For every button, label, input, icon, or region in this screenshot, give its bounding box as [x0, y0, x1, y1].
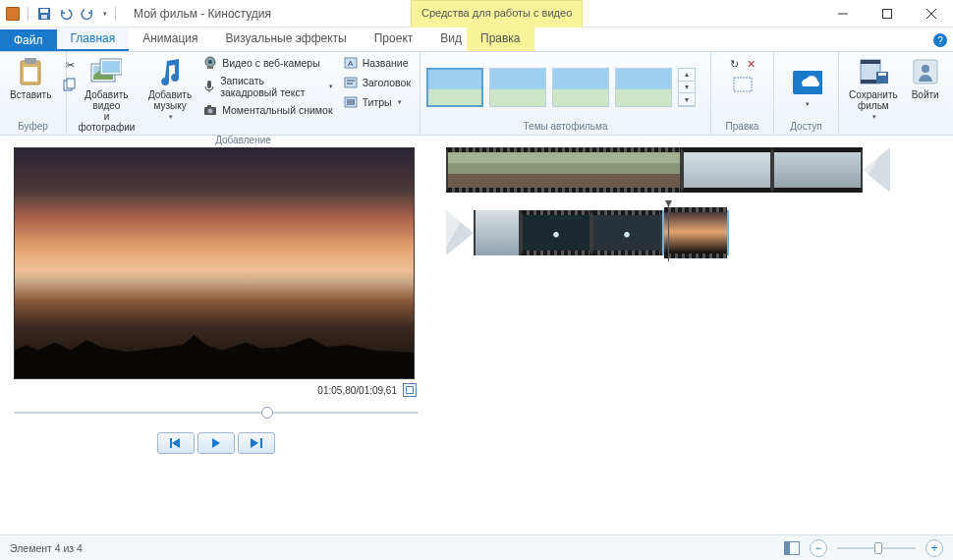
redo-icon[interactable]	[80, 6, 95, 22]
play-button[interactable]	[197, 432, 235, 454]
svg-point-23	[208, 109, 213, 114]
snapshot-button[interactable]: Моментальный снимок	[199, 101, 336, 119]
zoom-out-button[interactable]: −	[810, 539, 827, 557]
chevron-down-icon: ▾	[169, 113, 173, 121]
clip-7-selected[interactable]	[662, 210, 729, 255]
transition-in-2[interactable]	[446, 210, 474, 255]
rotate-icon[interactable]: ↻	[730, 58, 739, 71]
layout-toggle-button[interactable]	[784, 541, 800, 555]
narration-button[interactable]: Записать закадровый текст▾	[199, 74, 336, 99]
delete-icon[interactable]: ✕	[747, 58, 756, 71]
svg-point-42	[922, 65, 929, 73]
clip-4[interactable]	[474, 210, 521, 255]
clip-2[interactable]	[682, 147, 772, 193]
save-icon[interactable]	[36, 6, 52, 22]
close-button[interactable]	[909, 0, 953, 28]
group-label-access: Доступ	[780, 121, 832, 133]
select-all-icon[interactable]	[733, 77, 753, 92]
zoom-slider[interactable]	[837, 547, 916, 549]
undo-icon[interactable]	[58, 6, 74, 22]
next-frame-button[interactable]	[238, 432, 275, 454]
tab-project[interactable]: Проект	[361, 28, 427, 51]
group-label-edit: Правка	[717, 121, 767, 133]
clip-row-2	[446, 210, 939, 255]
caption-name-button[interactable]: AНазвание	[340, 54, 414, 72]
svg-rect-40	[878, 73, 886, 76]
context-tab-header: Средства для работы с видео	[411, 0, 583, 28]
seek-thumb[interactable]	[261, 407, 273, 419]
status-bar: Элемент 4 из 4 − +	[0, 534, 953, 560]
svg-rect-27	[345, 78, 357, 87]
credits-icon	[343, 94, 359, 110]
svg-rect-37	[861, 60, 880, 64]
theme-thumb-1[interactable]	[426, 68, 483, 107]
transition-out-1[interactable]	[863, 147, 890, 193]
group-label-buffer: Буфер	[6, 121, 60, 133]
tab-animation[interactable]: Анимация	[129, 28, 211, 51]
caption-title-button[interactable]: Заголовок	[340, 74, 414, 91]
add-video-button[interactable]: Добавить видео и фотографии	[73, 54, 140, 135]
theme-gallery-more[interactable]: ▴▾▾	[678, 68, 696, 107]
add-music-button[interactable]: Добавить музыку ▾	[144, 54, 196, 123]
clip-row-1	[446, 147, 939, 193]
maximize-button[interactable]	[865, 0, 909, 28]
svg-text:A: A	[348, 59, 354, 68]
tab-edit-context[interactable]: Правка	[467, 28, 534, 51]
webcam-button[interactable]: Видео с веб-камеры	[199, 54, 336, 72]
clip-5[interactable]	[521, 210, 591, 255]
onedrive-button[interactable]: ▾	[787, 65, 826, 110]
microphone-icon	[202, 79, 216, 94]
svg-point-18	[208, 60, 212, 64]
title-icon	[343, 75, 359, 90]
svg-rect-44	[260, 438, 262, 448]
app-icon	[6, 7, 20, 21]
svg-rect-9	[24, 67, 37, 82]
status-text: Элемент 4 из 4	[10, 542, 83, 554]
film-save-icon	[858, 56, 889, 87]
svg-rect-24	[207, 105, 211, 108]
tab-strip: Файл Главная Анимация Визуальные эффекты…	[0, 28, 953, 51]
tab-home[interactable]: Главная	[57, 28, 130, 51]
title-bar: ▾ Мой фильм - Киностудия Средства для ра…	[0, 0, 953, 28]
help-icon[interactable]: ?	[933, 33, 947, 47]
signin-button[interactable]: Войти	[906, 54, 945, 102]
clip-6[interactable]	[591, 210, 662, 255]
zoom-thumb[interactable]	[874, 542, 882, 554]
theme-thumb-3[interactable]	[552, 68, 609, 107]
tab-visual-effects[interactable]: Визуальные эффекты	[212, 28, 361, 51]
user-icon	[910, 56, 941, 87]
webcam-icon	[202, 55, 218, 71]
qat-dropdown-icon[interactable]: ▾	[103, 10, 107, 18]
svg-rect-4	[882, 10, 891, 19]
music-note-icon	[154, 56, 186, 87]
minimize-button[interactable]	[820, 0, 865, 28]
clip-3[interactable]	[772, 147, 863, 193]
time-display: 01:05,80/01:09,61	[317, 385, 397, 396]
clip-1[interactable]	[446, 147, 682, 193]
svg-rect-34	[734, 78, 752, 91]
group-label-themes: Темы автофильма	[426, 121, 704, 133]
theme-thumb-4[interactable]	[615, 68, 672, 107]
file-tab[interactable]: Файл	[0, 29, 57, 51]
theme-thumb-2[interactable]	[489, 68, 546, 107]
timeline-pane[interactable]	[432, 136, 953, 529]
zoom-in-button[interactable]: +	[925, 539, 943, 557]
svg-rect-20	[207, 81, 211, 88]
playhead[interactable]	[668, 204, 669, 261]
cloud-icon	[791, 67, 822, 98]
svg-rect-8	[25, 58, 36, 64]
preview-frame[interactable]	[14, 147, 415, 379]
fullscreen-button[interactable]	[403, 383, 417, 397]
svg-rect-2	[41, 15, 47, 19]
svg-rect-16	[102, 61, 120, 73]
preview-pane: 01:05,80/01:09,61	[0, 136, 432, 529]
workspace: 01:05,80/01:09,61	[0, 136, 953, 529]
caption-credits-button[interactable]: Титры▾	[340, 93, 414, 111]
prev-frame-button[interactable]	[157, 432, 195, 454]
svg-rect-43	[170, 438, 172, 448]
photo-video-icon	[90, 56, 122, 87]
seek-bar[interactable]	[14, 407, 419, 419]
paste-button[interactable]: Вставить	[6, 54, 55, 102]
save-movie-button[interactable]: Сохранить фильм ▾	[845, 54, 902, 123]
clipboard-icon	[15, 56, 46, 87]
